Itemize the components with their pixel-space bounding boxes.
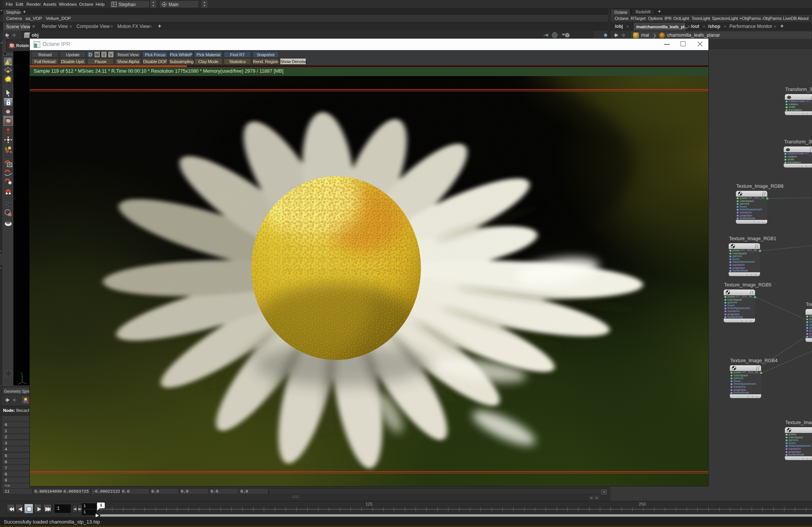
svg-text:y: y xyxy=(21,372,23,375)
